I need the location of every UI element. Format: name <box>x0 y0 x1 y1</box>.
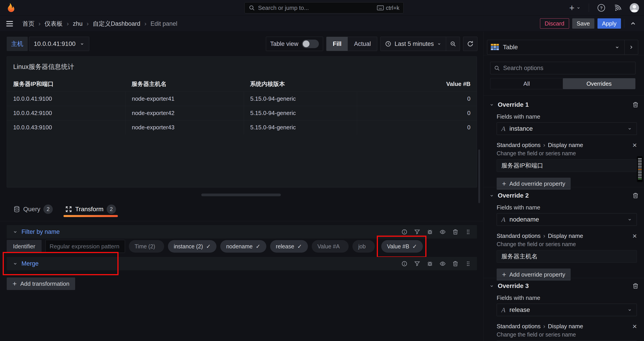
cell-nodename: node-exporter43 <box>125 120 244 135</box>
field-pill-instance[interactable]: instance (2)✓ <box>168 240 217 253</box>
global-search-input[interactable]: Search or jump to... ctrl+k <box>244 2 404 14</box>
editor-scrollbar[interactable] <box>478 149 480 203</box>
display-name-input[interactable]: 服务器主机名 <box>497 250 637 263</box>
info-icon[interactable] <box>402 229 408 235</box>
panel-actions: Discard Save Apply <box>540 18 636 29</box>
field-pill-release[interactable]: release✓ <box>270 240 308 253</box>
field-matcher-select[interactable]: A instance <box>497 122 637 135</box>
override-title: Override 1 <box>498 101 529 108</box>
search-options-input[interactable]: Search options <box>490 62 636 74</box>
news-rss-button[interactable] <box>614 4 622 12</box>
table-view-toggle[interactable] <box>302 40 319 48</box>
trash-icon[interactable] <box>452 229 458 235</box>
column-header[interactable]: 服务器IP和端口 <box>7 80 125 88</box>
help-button[interactable]: ? <box>597 4 606 12</box>
options-filter-tabs: All Overrides <box>490 78 636 89</box>
field-pill-value-b[interactable]: Value #B✓ <box>381 240 423 253</box>
sidebar-scrollbar[interactable] <box>637 156 643 182</box>
field-pill-nodename[interactable]: nodename✓ <box>220 240 266 253</box>
options-sidebar: Table Search options All Overrides Overr… <box>483 32 644 341</box>
time-range-picker[interactable]: Last 5 minutes <box>380 37 446 51</box>
query-count-badge: 2 <box>44 204 53 214</box>
tab-transform[interactable]: Transform 2 <box>65 204 116 214</box>
info-icon[interactable] <box>402 261 408 267</box>
new-menu-button[interactable]: + <box>569 3 581 12</box>
debug-icon[interactable] <box>427 229 433 235</box>
close-icon[interactable]: × <box>632 322 637 330</box>
field-matcher-select[interactable]: A nodename <box>497 213 637 226</box>
grafana-logo-icon[interactable] <box>4 3 15 13</box>
apply-button[interactable]: Apply <box>598 18 621 29</box>
field-pill-value-a[interactable]: Value #A <box>312 240 349 253</box>
zoom-out-time-button[interactable] <box>446 37 460 51</box>
discard-button[interactable]: Discard <box>540 18 569 29</box>
field-pill-time[interactable]: Time (2) <box>129 240 164 253</box>
transform-title[interactable]: Merge <box>22 260 39 267</box>
cell-value: 0 <box>357 92 477 106</box>
drag-handle-icon[interactable] <box>465 229 471 235</box>
variable-label: 主机 <box>7 37 28 51</box>
transform-filter-by-name[interactable]: Filter by name <box>7 225 477 238</box>
collapse-up-button[interactable] <box>630 20 636 27</box>
eye-icon[interactable] <box>440 261 446 267</box>
tab-query[interactable]: Query 2 <box>14 204 53 214</box>
override-header[interactable]: Override 1 <box>484 100 644 110</box>
filter-icon[interactable] <box>414 229 420 235</box>
trash-icon[interactable] <box>632 102 639 108</box>
drag-handle-icon[interactable] <box>465 261 471 267</box>
table-panel: Linux服务器信息统计 服务器IP和端口 服务器主机名 系统内核版本 Valu… <box>7 56 477 187</box>
chevron-right-sep: › <box>544 232 546 239</box>
filter-icon[interactable] <box>414 261 420 267</box>
add-transformation-button[interactable]: + Add transformation <box>7 277 75 290</box>
actual-option[interactable]: Actual <box>348 37 377 51</box>
trash-icon[interactable] <box>632 283 639 289</box>
override-header[interactable]: Override 3 <box>484 281 644 291</box>
value-b-annotation: Value #B✓ <box>381 240 423 253</box>
cell-value: 0 <box>357 106 477 120</box>
variable-select[interactable]: 10.0.0.41:9100 <box>29 37 89 51</box>
visualization-picker[interactable]: Table <box>487 40 638 55</box>
expand-options-button[interactable] <box>624 40 638 54</box>
tabs-divider <box>0 221 483 221</box>
cell-release: 5.15.0-94-generic <box>244 106 357 120</box>
breadcrumb-dashboard[interactable]: 自定义Dashboard <box>93 20 140 28</box>
column-header[interactable]: 系统内核版本 <box>244 80 357 88</box>
field-matcher-select[interactable]: A release <box>497 304 637 316</box>
cell-instance: 10.0.0.42:9100 <box>7 110 125 117</box>
add-override-property-button[interactable]: + Add override property <box>497 178 571 190</box>
tab-overrides[interactable]: Overrides <box>563 78 635 89</box>
save-button[interactable]: Save <box>572 18 594 29</box>
override-header[interactable]: Override 2 <box>484 191 644 200</box>
panel-toolbar: 主机 10.0.0.41:9100 Table view Fill Actual… <box>7 37 478 51</box>
display-name-input[interactable]: 服务器IP和端口 <box>497 159 637 172</box>
add-override-property-button[interactable]: + Add override property <box>497 268 571 281</box>
transform-merge[interactable]: Merge <box>7 257 477 270</box>
debug-icon[interactable] <box>427 261 433 267</box>
field-type-icon: A <box>501 125 505 132</box>
regex-pattern-input[interactable]: Regular expression pattern <box>46 240 125 253</box>
chevron-down-icon <box>437 42 442 46</box>
transform-title[interactable]: Filter by name <box>22 228 60 235</box>
field-pill-job[interactable]: job <box>352 240 374 253</box>
fill-option[interactable]: Fill <box>326 37 348 51</box>
sidebar-divider <box>484 55 644 55</box>
trash-icon[interactable] <box>632 192 639 199</box>
close-icon[interactable]: × <box>632 232 637 240</box>
column-header[interactable]: Value #B <box>357 81 477 88</box>
field-type-icon: A <box>501 216 505 223</box>
menu-toggle-button[interactable] <box>6 21 13 27</box>
column-header[interactable]: 服务器主机名 <box>125 80 244 88</box>
filter-by-name-options: Identifier Regular expression pattern Ti… <box>7 240 423 253</box>
eye-icon[interactable] <box>440 229 446 235</box>
breadcrumb-folder[interactable]: zhu <box>73 20 83 27</box>
user-avatar[interactable] <box>630 3 639 13</box>
override-property-path: Standard options › Display name × <box>497 141 637 149</box>
chevron-down-icon <box>627 217 632 222</box>
tab-all[interactable]: All <box>490 78 563 89</box>
trash-icon[interactable] <box>452 261 458 267</box>
breadcrumb-dashboards[interactable]: 仪表板 <box>44 20 62 28</box>
breadcrumb-home[interactable]: 首页 <box>22 20 34 28</box>
pane-resize-handle[interactable] <box>201 194 281 196</box>
close-icon[interactable]: × <box>632 141 637 149</box>
refresh-button[interactable] <box>463 37 478 51</box>
